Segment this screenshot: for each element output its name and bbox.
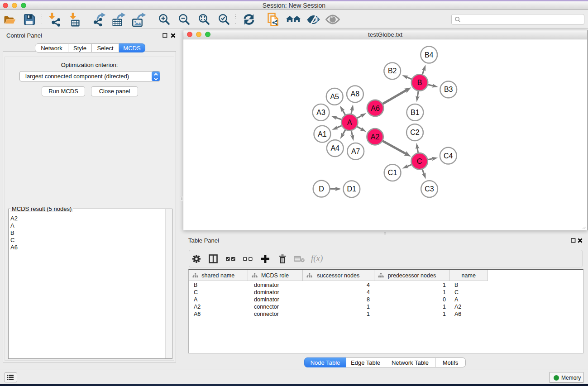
svg-text:A3: A3 xyxy=(316,109,325,116)
svg-text:D: D xyxy=(319,185,324,193)
svg-text:A8: A8 xyxy=(351,90,360,98)
svg-text:A6: A6 xyxy=(371,105,380,112)
svg-text:A1: A1 xyxy=(318,130,327,138)
svg-text:A: A xyxy=(347,119,352,126)
svg-text:B4: B4 xyxy=(425,51,434,59)
svg-text:B: B xyxy=(417,79,422,86)
svg-text:D1: D1 xyxy=(347,185,357,193)
svg-text:A4: A4 xyxy=(330,144,339,152)
svg-text:C1: C1 xyxy=(388,169,397,176)
svg-text:C3: C3 xyxy=(425,185,434,193)
svg-text:C4: C4 xyxy=(444,152,453,160)
svg-text:A7: A7 xyxy=(351,148,360,155)
svg-text:A5: A5 xyxy=(330,93,339,100)
svg-text:B3: B3 xyxy=(444,86,453,93)
svg-text:B1: B1 xyxy=(411,109,420,116)
svg-text:C: C xyxy=(417,157,422,165)
svg-text:A2: A2 xyxy=(371,133,380,141)
svg-text:B2: B2 xyxy=(388,67,397,75)
svg-text:C2: C2 xyxy=(410,129,420,136)
